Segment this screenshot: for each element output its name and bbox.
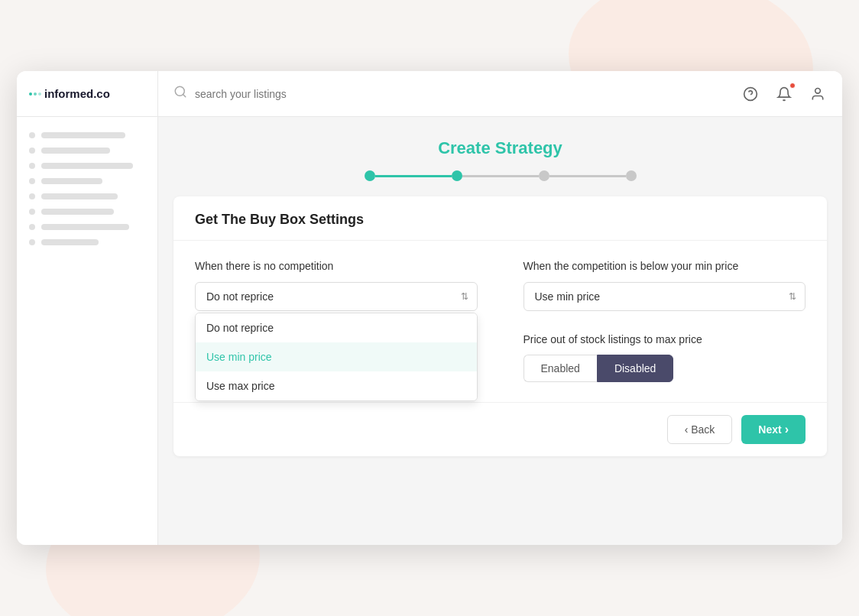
skeleton-dot bbox=[29, 239, 35, 245]
sidebar-skeleton-item bbox=[29, 193, 145, 199]
app-window: informed.co bbox=[17, 71, 842, 545]
help-icon[interactable] bbox=[741, 85, 760, 103]
enabled-toggle[interactable]: Enabled bbox=[524, 355, 597, 382]
no-competition-label: When there is no competition bbox=[195, 259, 478, 274]
no-competition-select[interactable]: Do not reprice Use min price Use max pri… bbox=[195, 282, 478, 311]
step-line-1 bbox=[375, 175, 452, 177]
skeleton-line bbox=[41, 178, 102, 184]
logo: informed.co bbox=[29, 87, 110, 100]
out-of-stock-group: Price out of stock listings to max price… bbox=[524, 332, 806, 384]
profile-icon[interactable] bbox=[809, 85, 827, 103]
competition-below-min-select-wrapper: Use min price Use max price Do not repri… bbox=[524, 282, 806, 311]
svg-point-4 bbox=[815, 88, 821, 93]
step-dot-3 bbox=[539, 170, 549, 181]
disabled-toggle[interactable]: Disabled bbox=[597, 355, 673, 382]
sidebar-skeleton-item bbox=[29, 148, 145, 154]
svg-line-1 bbox=[183, 94, 185, 96]
dropdown-item-use-min-price[interactable]: Use min price bbox=[196, 342, 477, 371]
sidebar-skeleton-item bbox=[29, 224, 145, 230]
sidebar-skeleton-item bbox=[29, 163, 145, 169]
no-competition-select-wrapper: Do not reprice Use min price Use max pri… bbox=[195, 282, 478, 311]
step-dot-1 bbox=[365, 170, 375, 181]
notification-badge bbox=[789, 83, 796, 89]
competition-below-min-group: When the competition is below your min p… bbox=[524, 259, 806, 311]
back-button[interactable]: ‹ Back bbox=[667, 415, 733, 444]
skeleton-line bbox=[41, 132, 125, 138]
skeleton-line bbox=[41, 148, 110, 154]
app-header: informed.co bbox=[17, 71, 842, 117]
sidebar-skeleton-item bbox=[29, 239, 145, 245]
wizard-title: Create Strategy bbox=[158, 138, 842, 158]
no-competition-dropdown[interactable]: Do not reprice Use min price Use max pri… bbox=[195, 313, 478, 401]
sidebar-skeleton-item bbox=[29, 178, 145, 184]
skeleton-dot bbox=[29, 224, 35, 230]
step-line-3 bbox=[549, 175, 626, 177]
logo-dot-2 bbox=[34, 92, 37, 96]
panel-footer: ‹ Back Next bbox=[173, 402, 827, 456]
dropdown-item-use-max-price[interactable]: Use max price bbox=[196, 371, 477, 400]
settings-panel-header: Get The Buy Box Settings bbox=[173, 196, 827, 241]
skeleton-dot bbox=[29, 209, 35, 215]
step-line-2 bbox=[462, 175, 539, 177]
competition-below-min-select[interactable]: Use min price Use max price Do not repri… bbox=[524, 282, 806, 311]
logo-dot-3 bbox=[38, 92, 41, 96]
outer-background: informed.co bbox=[0, 0, 859, 616]
step-dot-2 bbox=[452, 170, 462, 181]
next-button[interactable]: Next bbox=[741, 415, 806, 444]
wizard-header: Create Strategy bbox=[158, 117, 842, 196]
header-icons bbox=[726, 85, 842, 103]
skeleton-dot bbox=[29, 132, 35, 138]
sidebar-skeleton-item bbox=[29, 132, 145, 138]
logo-dots bbox=[29, 92, 41, 96]
skeleton-dot bbox=[29, 163, 35, 169]
content-area: Create Strategy Get The Buy Box Sett bbox=[158, 117, 842, 545]
dropdown-item-do-not-reprice[interactable]: Do not reprice bbox=[196, 313, 477, 342]
sidebar-skeleton-item bbox=[29, 209, 145, 215]
skeleton-line bbox=[41, 239, 99, 245]
skeleton-dot bbox=[29, 178, 35, 184]
skeleton-dot bbox=[29, 148, 35, 154]
skeleton-line bbox=[41, 163, 133, 169]
logo-dot-1 bbox=[29, 92, 32, 96]
search-input[interactable] bbox=[195, 88, 711, 100]
out-of-stock-label: Price out of stock listings to max price bbox=[524, 332, 806, 348]
settings-panel: Get The Buy Box Settings When there is n… bbox=[173, 196, 827, 456]
competition-below-min-label: When the competition is below your min p… bbox=[524, 259, 806, 274]
sidebar-skeleton bbox=[29, 132, 145, 245]
step-dot-4 bbox=[626, 170, 637, 181]
main-layout: Create Strategy Get The Buy Box Sett bbox=[17, 117, 842, 545]
out-of-stock-toggle-group: Enabled Disabled bbox=[524, 355, 806, 382]
skeleton-line bbox=[41, 209, 114, 215]
progress-steps bbox=[158, 170, 842, 181]
no-competition-group: When there is no competition Do not repr… bbox=[195, 259, 478, 311]
sidebar bbox=[17, 117, 158, 545]
notification-icon[interactable] bbox=[775, 85, 793, 103]
logo-area: informed.co bbox=[17, 71, 158, 117]
logo-text: informed.co bbox=[44, 87, 110, 100]
settings-panel-body: When there is no competition Do not repr… bbox=[173, 241, 827, 402]
skeleton-line bbox=[41, 193, 118, 199]
skeleton-line bbox=[41, 224, 129, 230]
skeleton-dot bbox=[29, 193, 35, 199]
settings-panel-title: Get The Buy Box Settings bbox=[195, 212, 806, 228]
search-icon bbox=[173, 85, 187, 102]
search-area bbox=[158, 85, 726, 102]
